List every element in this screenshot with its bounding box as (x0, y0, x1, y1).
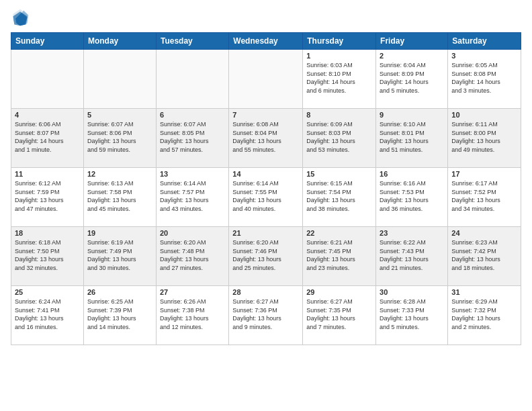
day-info: Sunrise: 6:20 AM Sunset: 7:46 PM Dayligh… (232, 238, 299, 272)
calendar-cell: 25Sunrise: 6:24 AM Sunset: 7:41 PM Dayli… (11, 286, 84, 345)
calendar-cell: 19Sunrise: 6:19 AM Sunset: 7:49 PM Dayli… (83, 227, 156, 286)
day-info: Sunrise: 6:06 AM Sunset: 8:07 PM Dayligh… (15, 120, 80, 154)
weekday-header-saturday: Saturday (448, 33, 521, 50)
day-info: Sunrise: 6:27 AM Sunset: 7:36 PM Dayligh… (232, 298, 299, 331)
calendar-cell: 11Sunrise: 6:12 AM Sunset: 7:59 PM Dayli… (11, 168, 84, 227)
calendar-cell: 8Sunrise: 6:09 AM Sunset: 8:03 PM Daylig… (303, 109, 376, 168)
day-number: 22 (306, 229, 372, 237)
calendar-cell (11, 50, 84, 109)
calendar-cell: 21Sunrise: 6:20 AM Sunset: 7:46 PM Dayli… (229, 227, 303, 286)
calendar-cell: 14Sunrise: 6:14 AM Sunset: 7:55 PM Dayli… (229, 168, 303, 227)
day-info: Sunrise: 6:28 AM Sunset: 7:33 PM Dayligh… (380, 298, 444, 331)
calendar-cell: 6Sunrise: 6:07 AM Sunset: 8:05 PM Daylig… (156, 109, 228, 168)
day-number: 21 (232, 229, 299, 237)
day-info: Sunrise: 6:24 AM Sunset: 7:41 PM Dayligh… (15, 298, 80, 331)
day-number: 27 (160, 288, 225, 296)
calendar-cell: 15Sunrise: 6:15 AM Sunset: 7:54 PM Dayli… (303, 168, 376, 227)
calendar-cell: 22Sunrise: 6:21 AM Sunset: 7:45 PM Dayli… (303, 227, 376, 286)
day-info: Sunrise: 6:15 AM Sunset: 7:54 PM Dayligh… (306, 179, 372, 213)
calendar-cell: 26Sunrise: 6:25 AM Sunset: 7:39 PM Dayli… (83, 286, 156, 345)
calendar-cell: 1Sunrise: 6:03 AM Sunset: 8:10 PM Daylig… (303, 50, 376, 109)
weekday-header-tuesday: Tuesday (156, 33, 228, 50)
day-info: Sunrise: 6:03 AM Sunset: 8:10 PM Dayligh… (306, 61, 372, 95)
day-number: 24 (451, 229, 517, 237)
day-number: 14 (232, 170, 299, 178)
day-number: 18 (15, 229, 80, 237)
calendar-cell: 10Sunrise: 6:11 AM Sunset: 8:00 PM Dayli… (448, 109, 521, 168)
day-number: 20 (160, 229, 225, 237)
weekday-header-friday: Friday (376, 33, 448, 50)
calendar-cell: 16Sunrise: 6:16 AM Sunset: 7:53 PM Dayli… (376, 168, 448, 227)
calendar-cell (156, 50, 228, 109)
day-number: 2 (380, 52, 444, 60)
logo-icon (11, 8, 30, 27)
calendar-cell: 12Sunrise: 6:13 AM Sunset: 7:58 PM Dayli… (83, 168, 156, 227)
day-number: 11 (15, 170, 80, 178)
calendar-cell: 5Sunrise: 6:07 AM Sunset: 8:06 PM Daylig… (83, 109, 156, 168)
calendar-cell: 3Sunrise: 6:05 AM Sunset: 8:08 PM Daylig… (448, 50, 521, 109)
day-number: 23 (380, 229, 444, 237)
calendar-cell: 4Sunrise: 6:06 AM Sunset: 8:07 PM Daylig… (11, 109, 84, 168)
calendar-cell: 29Sunrise: 6:27 AM Sunset: 7:35 PM Dayli… (303, 286, 376, 345)
day-info: Sunrise: 6:10 AM Sunset: 8:01 PM Dayligh… (380, 120, 444, 154)
calendar-cell: 31Sunrise: 6:29 AM Sunset: 7:32 PM Dayli… (448, 286, 521, 345)
day-number: 13 (160, 170, 225, 178)
calendar-week-3: 11Sunrise: 6:12 AM Sunset: 7:59 PM Dayli… (11, 168, 521, 227)
weekday-header-monday: Monday (83, 33, 156, 50)
logo (11, 8, 32, 27)
day-number: 25 (15, 288, 80, 296)
day-number: 28 (232, 288, 299, 296)
calendar-week-5: 25Sunrise: 6:24 AM Sunset: 7:41 PM Dayli… (11, 286, 521, 345)
day-info: Sunrise: 6:07 AM Sunset: 8:06 PM Dayligh… (87, 120, 152, 154)
calendar-cell: 28Sunrise: 6:27 AM Sunset: 7:36 PM Dayli… (229, 286, 303, 345)
day-number: 31 (451, 288, 517, 296)
day-info: Sunrise: 6:21 AM Sunset: 7:45 PM Dayligh… (306, 238, 372, 272)
day-number: 26 (87, 288, 152, 296)
day-info: Sunrise: 6:08 AM Sunset: 8:04 PM Dayligh… (232, 120, 299, 154)
calendar-week-1: 1Sunrise: 6:03 AM Sunset: 8:10 PM Daylig… (11, 50, 521, 109)
day-number: 30 (380, 288, 444, 296)
day-info: Sunrise: 6:14 AM Sunset: 7:57 PM Dayligh… (160, 179, 225, 213)
day-number: 15 (306, 170, 372, 178)
day-info: Sunrise: 6:05 AM Sunset: 8:08 PM Dayligh… (451, 61, 517, 95)
day-info: Sunrise: 6:26 AM Sunset: 7:38 PM Dayligh… (160, 298, 225, 331)
day-number: 9 (380, 111, 444, 119)
day-number: 8 (306, 111, 372, 119)
day-number: 6 (160, 111, 225, 119)
weekday-header-thursday: Thursday (303, 33, 376, 50)
day-number: 10 (451, 111, 517, 119)
calendar-cell: 27Sunrise: 6:26 AM Sunset: 7:38 PM Dayli… (156, 286, 228, 345)
calendar-cell: 24Sunrise: 6:23 AM Sunset: 7:42 PM Dayli… (448, 227, 521, 286)
calendar-cell: 7Sunrise: 6:08 AM Sunset: 8:04 PM Daylig… (229, 109, 303, 168)
page: SundayMondayTuesdayWednesdayThursdayFrid… (0, 0, 532, 411)
day-info: Sunrise: 6:09 AM Sunset: 8:03 PM Dayligh… (306, 120, 372, 154)
day-info: Sunrise: 6:07 AM Sunset: 8:05 PM Dayligh… (160, 120, 225, 154)
day-info: Sunrise: 6:20 AM Sunset: 7:48 PM Dayligh… (160, 238, 225, 272)
calendar-header-row: SundayMondayTuesdayWednesdayThursdayFrid… (11, 33, 521, 50)
day-info: Sunrise: 6:22 AM Sunset: 7:43 PM Dayligh… (380, 238, 444, 272)
day-number: 19 (87, 229, 152, 237)
day-info: Sunrise: 6:16 AM Sunset: 7:53 PM Dayligh… (380, 179, 444, 213)
day-info: Sunrise: 6:27 AM Sunset: 7:35 PM Dayligh… (306, 298, 372, 331)
day-info: Sunrise: 6:11 AM Sunset: 8:00 PM Dayligh… (451, 120, 517, 154)
day-info: Sunrise: 6:12 AM Sunset: 7:59 PM Dayligh… (15, 179, 80, 213)
day-number: 29 (306, 288, 372, 296)
calendar-week-4: 18Sunrise: 6:18 AM Sunset: 7:50 PM Dayli… (11, 227, 521, 286)
calendar-week-2: 4Sunrise: 6:06 AM Sunset: 8:07 PM Daylig… (11, 109, 521, 168)
weekday-header-sunday: Sunday (11, 33, 84, 50)
day-number: 17 (451, 170, 517, 178)
calendar-cell: 23Sunrise: 6:22 AM Sunset: 7:43 PM Dayli… (376, 227, 448, 286)
day-info: Sunrise: 6:17 AM Sunset: 7:52 PM Dayligh… (451, 179, 517, 213)
calendar-cell: 30Sunrise: 6:28 AM Sunset: 7:33 PM Dayli… (376, 286, 448, 345)
calendar-cell: 13Sunrise: 6:14 AM Sunset: 7:57 PM Dayli… (156, 168, 228, 227)
day-number: 1 (306, 52, 372, 60)
calendar-cell: 9Sunrise: 6:10 AM Sunset: 8:01 PM Daylig… (376, 109, 448, 168)
calendar-cell: 17Sunrise: 6:17 AM Sunset: 7:52 PM Dayli… (448, 168, 521, 227)
day-number: 3 (451, 52, 517, 60)
day-number: 4 (15, 111, 80, 119)
day-number: 7 (232, 111, 299, 119)
header (11, 8, 521, 27)
day-number: 12 (87, 170, 152, 178)
day-info: Sunrise: 6:23 AM Sunset: 7:42 PM Dayligh… (451, 238, 517, 272)
calendar-cell: 18Sunrise: 6:18 AM Sunset: 7:50 PM Dayli… (11, 227, 84, 286)
